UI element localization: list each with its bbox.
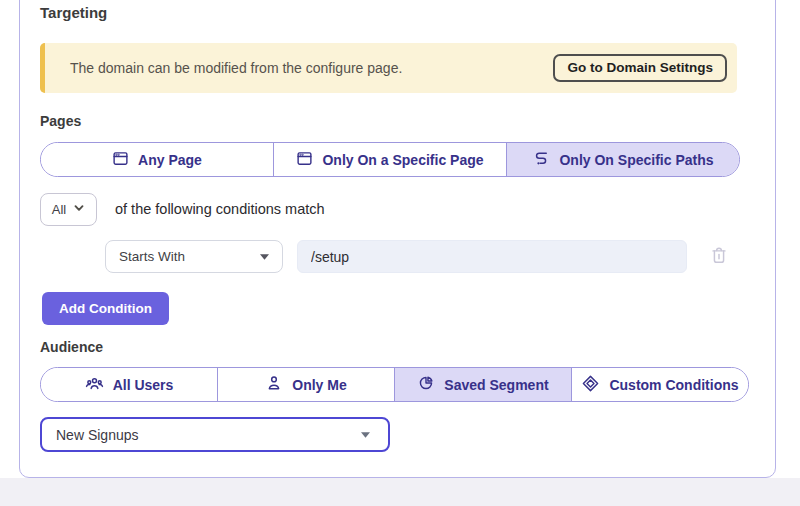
caret-down-icon bbox=[361, 432, 370, 438]
delete-condition-button[interactable] bbox=[706, 243, 732, 269]
tab-all-users[interactable]: All Users bbox=[41, 368, 218, 401]
tab-label: All Users bbox=[113, 377, 174, 393]
tab-label: Custom Conditions bbox=[609, 377, 738, 393]
trash-icon bbox=[708, 254, 730, 269]
audience-section-label: Audience bbox=[40, 339, 103, 355]
tab-only-me[interactable]: Only Me bbox=[218, 368, 395, 401]
tab-label: Only On Specific Paths bbox=[559, 152, 713, 168]
tab-saved-segment[interactable]: Saved Segment bbox=[395, 368, 572, 401]
operator-value: Starts With bbox=[119, 249, 185, 264]
page-background-strip bbox=[0, 478, 800, 506]
browser-window-icon bbox=[296, 150, 313, 170]
page-title: Targeting bbox=[40, 4, 107, 21]
users-icon bbox=[85, 374, 104, 396]
pages-segmented-control: Any Page Only On a Specific Page Only On… bbox=[40, 142, 740, 177]
caret-down-icon bbox=[260, 254, 269, 260]
condition-operator-select[interactable]: Starts With bbox=[105, 240, 283, 273]
tab-only-specific-page[interactable]: Only On a Specific Page bbox=[274, 143, 507, 176]
tab-label: Only Me bbox=[292, 377, 346, 393]
route-icon bbox=[532, 149, 550, 170]
banner-accent-bar bbox=[40, 43, 45, 93]
go-to-domain-settings-button[interactable]: Go to Domain Setitngs bbox=[553, 54, 727, 82]
condition-value-input[interactable] bbox=[297, 240, 687, 273]
tab-any-page[interactable]: Any Page bbox=[41, 143, 274, 176]
saved-segment-value: New Signups bbox=[56, 427, 139, 443]
domain-warning-banner: The domain can be modified from the conf… bbox=[40, 43, 737, 93]
pie-chart-icon bbox=[417, 374, 435, 395]
tab-label: Only On a Specific Page bbox=[322, 152, 483, 168]
targeting-panel: Targeting The domain can be modified fro… bbox=[19, 0, 776, 478]
conditions-match-text: of the following conditions match bbox=[115, 193, 325, 226]
tab-label: Any Page bbox=[138, 152, 202, 168]
match-mode-select[interactable]: All bbox=[40, 193, 97, 226]
person-icon bbox=[265, 374, 283, 395]
browser-window-icon bbox=[112, 150, 129, 170]
diamond-icon bbox=[581, 374, 600, 396]
saved-segment-select[interactable]: New Signups bbox=[40, 417, 390, 452]
tab-label: Saved Segment bbox=[444, 377, 548, 393]
pages-section-label: Pages bbox=[40, 113, 81, 129]
add-condition-button[interactable]: Add Condition bbox=[42, 292, 169, 325]
match-mode-value: All bbox=[52, 202, 66, 217]
tab-only-specific-paths[interactable]: Only On Specific Paths bbox=[507, 143, 739, 176]
banner-message: The domain can be modified from the conf… bbox=[70, 60, 402, 76]
chevron-down-icon bbox=[73, 202, 85, 217]
audience-segmented-control: All Users Only Me Saved Segment Custom C… bbox=[40, 367, 749, 402]
tab-custom-conditions[interactable]: Custom Conditions bbox=[572, 368, 748, 401]
